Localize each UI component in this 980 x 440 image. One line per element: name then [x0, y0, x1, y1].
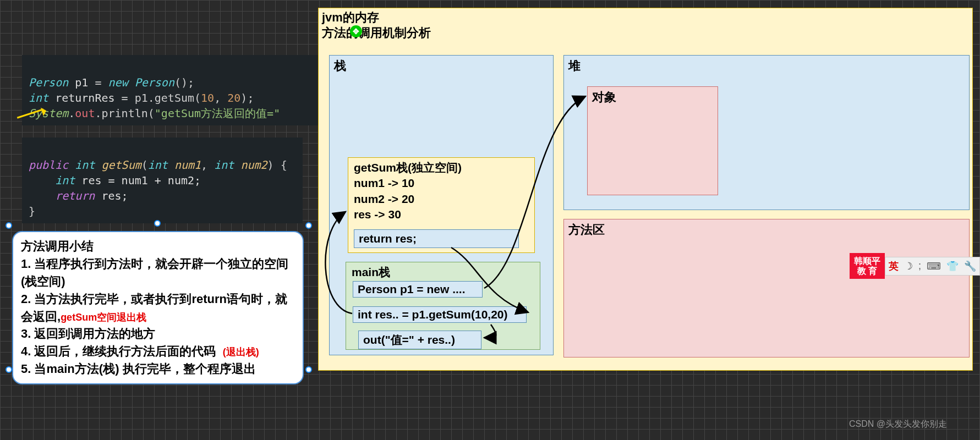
code-token: out: [75, 107, 95, 120]
code-token: public: [29, 158, 75, 172]
code-block-2: public int getSum(int num1, int num2) { …: [22, 138, 303, 223]
code-token: int: [75, 158, 101, 172]
code-token: ,: [201, 158, 214, 172]
code-token: num2: [240, 158, 267, 172]
punct-icon[interactable]: ;: [918, 260, 921, 272]
code-token: .: [68, 107, 75, 120]
code-token: =: [95, 76, 108, 89]
wrench-icon[interactable]: 🔧: [964, 260, 976, 272]
text-red: getSum空间退出栈: [61, 312, 146, 323]
summary-title: 方法调用小结: [21, 238, 295, 255]
summary-line-5: 5. 当main方法(栈) 执行完毕，整个程序退出: [21, 360, 295, 378]
code-token: }: [29, 205, 35, 218]
method-area-box: 方法区: [563, 219, 970, 358]
selection-handle[interactable]: [305, 366, 312, 373]
getsum-num2: num2 -> 20: [354, 191, 529, 207]
selection-handle[interactable]: [154, 220, 161, 227]
summary-box: 方法调用小结 1. 当程序执行到方法时，就会开辟一个独立的空间(栈空间) 2. …: [12, 231, 304, 384]
code-token: res = num1 + num2;: [75, 174, 201, 187]
code-token: int: [148, 158, 174, 172]
brand-line1: 韩顺平: [854, 256, 880, 266]
code-token: (: [141, 158, 148, 172]
code-token: "getSum方法返回的值=": [155, 107, 280, 120]
selection-handle[interactable]: [6, 222, 12, 229]
heap-box: 堆 对象: [563, 55, 970, 210]
move-icon[interactable]: ✥: [350, 25, 362, 37]
code-token: ) {: [267, 158, 287, 172]
brand-line2: 教 育: [854, 266, 880, 276]
stack-title: 栈: [330, 56, 553, 76]
getsum-num1: num1 -> 10: [354, 175, 529, 191]
ime-icons[interactable]: 英 ☽ ; ⌨ 👕 🔧: [885, 257, 980, 276]
main-cell-3: out("值=" + res..): [358, 331, 481, 349]
getsum-return: return res;: [354, 229, 519, 248]
summary-line-4: 4. 返回后，继续执行方法后面的代码 (退出栈): [21, 343, 295, 360]
text: 4. 返回后，继续执行方法后面的代码: [21, 344, 216, 358]
code-token: = p1.getSum(: [122, 91, 201, 105]
code-token: int: [214, 158, 240, 172]
jvm-subtitle: 方法的调用机制分析: [322, 25, 431, 41]
getsum-title: getSum栈(独立空间): [354, 160, 529, 175]
arrow-yellow-icon: [17, 107, 50, 118]
code-token: Person: [135, 76, 174, 89]
code-token: res;: [101, 189, 128, 202]
code-token: returnRes: [48, 91, 121, 105]
code-token: Person: [29, 76, 68, 89]
heap-title: 堆: [564, 56, 969, 76]
code-token: 20: [227, 91, 240, 105]
code-token: new: [108, 76, 135, 89]
code-token: int: [29, 174, 75, 187]
ime-lang[interactable]: 英: [889, 260, 899, 273]
code-token: ();: [174, 76, 194, 89]
code-token: int: [29, 91, 48, 105]
jvm-title: jvm的内存: [322, 9, 379, 26]
getsum-res: res -> 30: [354, 207, 529, 222]
selection-handle[interactable]: [305, 222, 312, 229]
code-token: );: [240, 91, 254, 105]
summary-line-2: 2. 当方法执行完毕，或者执行到return语句时，就会返回,getSum空间退…: [21, 290, 295, 326]
watermark: CSDN @头发头发你别走: [849, 419, 947, 430]
code-block-1: Person p1 = new Person(); intint returnR…: [22, 55, 319, 125]
object-box: 对象: [587, 86, 718, 195]
code-token: num1: [174, 158, 201, 172]
summary-line-1: 1. 当程序执行到方法时，就会开辟一个独立的空间(栈空间): [21, 255, 295, 290]
shirt-icon[interactable]: 👕: [946, 260, 959, 272]
main-cell-1: Person p1 = new ....: [353, 281, 483, 298]
keyboard-icon[interactable]: ⌨: [927, 260, 941, 272]
code-token: .println(: [95, 107, 154, 120]
brand-badge: 韩顺平 教 育: [850, 253, 885, 279]
main-frame: main栈 Person p1 = new .... int res.. = p…: [346, 262, 540, 350]
getsum-frame: getSum栈(独立空间) num1 -> 10 num2 -> 20 res …: [348, 157, 535, 253]
main-cell-2: int res.. = p1.getSum(10,20): [353, 306, 527, 323]
main-title: main栈: [352, 265, 534, 280]
text-red: (退出栈): [223, 346, 259, 358]
code-token: ,: [214, 91, 227, 105]
code-token: getSum: [101, 158, 141, 172]
code-token: return: [29, 189, 101, 202]
code-token: 10: [201, 91, 214, 105]
summary-line-3: 3. 返回到调用方法的地方: [21, 325, 295, 343]
selection-handle[interactable]: [6, 366, 12, 373]
moon-icon[interactable]: ☽: [904, 260, 913, 272]
code-token: p1: [68, 76, 95, 89]
ime-toolbar: 韩顺平 教 育 英 ☽ ; ⌨ 👕 🔧: [850, 253, 980, 279]
